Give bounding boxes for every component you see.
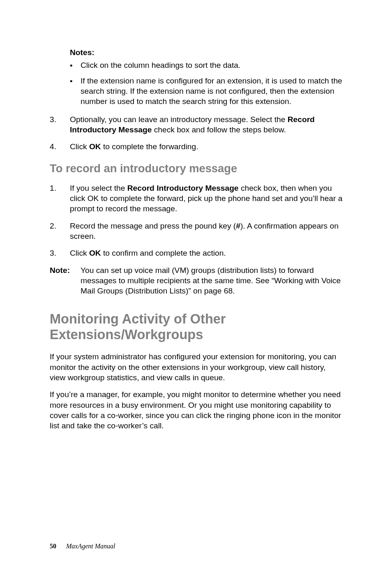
- body-paragraph: If your system administrator has configu…: [50, 351, 344, 383]
- document-title: MaxAgent Manual: [66, 543, 115, 550]
- section-heading-monitoring: Monitoring Activity of Other Extensions/…: [50, 311, 344, 343]
- page-footer: 50 MaxAgent Manual: [50, 542, 115, 550]
- list-item: 3. Click OK to confirm and complete the …: [50, 248, 344, 258]
- list-item: 2. Record the message and press the poun…: [50, 221, 344, 242]
- notes-heading: Notes:: [70, 47, 344, 58]
- list-item: 1. If you select the Record Introductory…: [50, 183, 344, 214]
- page-container: Notes: Click on the column headings to s…: [0, 0, 392, 580]
- heading-text: Monitoring Activity of Other Extensions/…: [50, 312, 226, 342]
- list-item: 4. Click OK to complete the forwarding.: [50, 141, 344, 152]
- notes-label-text: Notes: [70, 48, 92, 57]
- step-text-pre: Optionally, you can leave an introductor…: [70, 115, 288, 124]
- step-text-bold: OK: [89, 249, 101, 257]
- heading-text: To record an introductory message: [50, 162, 237, 175]
- list-item: 3. Optionally, you can leave an introduc…: [50, 114, 344, 135]
- notes-bullet-list: Click on the column headings to sort the…: [70, 60, 344, 106]
- step-text-pre: Record the message and press the pound k…: [70, 222, 236, 230]
- paragraph-text: If you’re a manager, for example, you mi…: [50, 390, 341, 430]
- note-block: Note: You can set up voice mail (VM) gro…: [50, 265, 344, 296]
- section-heading-record: To record an introductory message: [50, 162, 344, 176]
- step-text-pre: Click: [70, 142, 89, 151]
- notes-colon: :: [92, 48, 94, 57]
- step-number: 2.: [50, 221, 56, 231]
- step-text-bold: OK: [89, 142, 101, 151]
- step-text-post: to complete the forwarding.: [101, 142, 198, 151]
- list-item: If the extension name is configured for …: [70, 76, 344, 107]
- note-text: You can set up voice mail (VM) groups (d…: [81, 266, 341, 296]
- notes-block: Notes: Click on the column headings to s…: [50, 47, 344, 107]
- bullet-text: If the extension name is configured for …: [81, 76, 342, 106]
- list-item: Click on the column headings to sort the…: [70, 60, 344, 70]
- page-number: 50: [50, 543, 56, 550]
- steps-continued: 3. Optionally, you can leave an introduc…: [50, 114, 344, 152]
- note-label: Note:: [50, 265, 70, 275]
- step-number: 1.: [50, 183, 56, 193]
- step-text-pre: Click: [70, 249, 89, 257]
- step-number: 3.: [50, 248, 56, 258]
- bullet-text: Click on the column headings to sort the…: [81, 61, 240, 69]
- step-text-post: to confirm and complete the action.: [101, 249, 226, 257]
- paragraph-text: If your system administrator has configu…: [50, 352, 336, 382]
- step-text-bold: #: [236, 222, 240, 230]
- step-text-post: check box and follow the steps below.: [152, 125, 286, 134]
- step-text-pre: If you select the: [70, 184, 127, 192]
- body-paragraph: If you’re a manager, for example, you mi…: [50, 389, 344, 431]
- step-number: 4.: [50, 141, 56, 152]
- record-steps: 1. If you select the Record Introductory…: [50, 183, 344, 259]
- step-number: 3.: [50, 114, 56, 125]
- step-text-bold: Record Introductory Message: [127, 184, 239, 192]
